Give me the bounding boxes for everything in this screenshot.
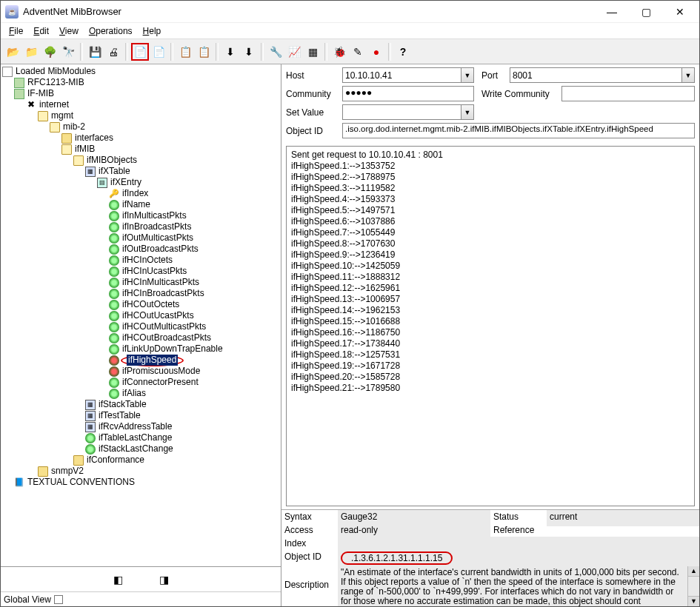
tree-node[interactable]: ifHighSpeed (2, 355, 279, 366)
community-input[interactable]: ●●●●● (342, 86, 474, 101)
results-box[interactable]: Sent get request to 10.10.10.41 : 8001 i… (286, 146, 695, 506)
tree-node[interactable]: ifTableLastChange (2, 432, 279, 443)
record-icon[interactable]: ● (367, 43, 385, 61)
status-label: Status (490, 510, 547, 523)
write-community-input[interactable] (561, 86, 695, 101)
scroll-down-icon[interactable]: ▼ (688, 596, 699, 606)
textual-conventions-icon: 📘 (14, 477, 24, 488)
tree-node[interactable]: ifHCOutOctets (2, 299, 279, 310)
tree-node[interactable]: ifInBroadcastPkts (2, 221, 279, 232)
tree-node[interactable]: ifStackLastChange (2, 443, 279, 455)
binoculars-icon[interactable]: 🔭 (59, 43, 77, 61)
doc-check-icon[interactable]: 📋 (195, 43, 213, 61)
tree-node[interactable]: Loaded MibModules (2, 66, 279, 77)
tree-node[interactable]: mgmt (2, 110, 279, 121)
help-icon[interactable]: ? (394, 43, 412, 61)
tree-node[interactable]: ▤ifXEntry (2, 177, 279, 188)
edit-icon[interactable]: ✎ (349, 43, 367, 61)
leaf-icon (109, 300, 119, 310)
tree-node[interactable]: RFC1213-MIB (2, 77, 279, 88)
objectid-input[interactable]: .iso.org.dod.internet.mgmt.mib-2.ifMIB.i… (342, 123, 695, 138)
tree-label: ifAlias (121, 388, 147, 399)
tree-node[interactable]: ifHCOutBroadcastPkts (2, 332, 279, 343)
load-mib-icon[interactable]: 📄 (131, 43, 149, 61)
port-combo[interactable]: 8001▼ (510, 67, 695, 83)
bug-icon[interactable]: 🐞 (330, 43, 348, 61)
tree-node[interactable]: snmpV2 (2, 466, 279, 477)
index-label: Index (281, 537, 338, 550)
tree-label: ifHCOutMulticastPkts (121, 321, 207, 332)
minimize-button[interactable]: — (601, 4, 622, 20)
maximize-button[interactable]: ▢ (636, 4, 656, 20)
tree-node[interactable]: mib-2 (2, 121, 279, 133)
global-view-checkbox[interactable] (54, 595, 63, 604)
tree-node[interactable]: IF-MIB (2, 88, 279, 99)
tree-node[interactable]: ifName (2, 199, 279, 210)
setvalue-combo[interactable]: ▼ (342, 104, 474, 120)
chevron-down-icon[interactable]: ▼ (681, 68, 694, 82)
tree-label: ifName (121, 199, 152, 210)
tree-node[interactable]: ifOutBroadcastPkts (2, 244, 279, 255)
tree-node[interactable]: 🔑ifIndex (2, 188, 279, 199)
tree-label: ifOutBroadcastPkts (121, 244, 200, 255)
tree-node[interactable]: ifHCInUcastPkts (2, 266, 279, 277)
menu-edit[interactable]: Edit (30, 24, 53, 38)
graph-icon[interactable]: 📈 (285, 43, 303, 61)
tree-node[interactable]: ▦ifXTable (2, 166, 279, 177)
chevron-down-icon[interactable]: ▼ (461, 68, 473, 82)
tree-node[interactable]: ifOutMulticastPkts (2, 232, 279, 244)
tree-icon[interactable]: 🌳 (41, 43, 59, 61)
toolbar: 📂 📁 🌳 🔭 💾 🖨 📄 📄 📋 📋 ⬇ ⬇ 🔧 📈 ▦ 🐞 ✎ ● ? (1, 39, 699, 64)
tree-label: ifTestTable (97, 410, 142, 421)
host-combo[interactable]: 10.10.10.41▼ (342, 67, 474, 83)
tree-node[interactable]: 📘TEXTUAL CONVENTIONS (2, 477, 279, 488)
tree-node[interactable]: ▦ifStackTable (2, 399, 279, 410)
open-icon[interactable]: 📂 (4, 43, 21, 61)
tree-node[interactable]: ifHCOutUcastPkts (2, 310, 279, 321)
tree-node[interactable]: ifHCInBroadcastPkts (2, 288, 279, 299)
tree-node[interactable]: ifHCInMulticastPkts (2, 277, 279, 288)
save-icon[interactable]: 💾 (86, 43, 104, 61)
getnext-icon[interactable]: ⬇ (240, 43, 258, 61)
tree-node[interactable]: interfaces (2, 133, 279, 144)
tree-node[interactable]: ifMIB (2, 144, 279, 155)
tree-node[interactable]: ifHCInOctets (2, 255, 279, 266)
tree-node[interactable]: ifInMulticastPkts (2, 210, 279, 221)
table-icon[interactable]: ▦ (304, 43, 321, 61)
tree-node[interactable]: ✖internet (2, 99, 279, 110)
tree-node[interactable]: ifMIBObjects (2, 155, 279, 166)
leaf-icon (109, 211, 119, 221)
leaf-icon (85, 433, 96, 443)
tree-node[interactable]: ifLinkUpDownTrapEnable (2, 343, 279, 355)
tree-node[interactable]: ▦ifTestTable (2, 410, 279, 421)
print-icon[interactable]: 🖨 (104, 43, 122, 61)
tree-node[interactable]: ifHCOutMulticastPkts (2, 321, 279, 332)
menu-file[interactable]: File (5, 24, 27, 38)
description-scrollbar[interactable]: ▲ ▼ (687, 566, 699, 606)
tool-icon[interactable]: 🔧 (267, 43, 284, 61)
open2-icon[interactable]: 📁 (22, 43, 40, 61)
tree-node[interactable]: ifConformance (2, 455, 279, 466)
tree-label: ifInBroadcastPkts (121, 221, 193, 232)
tree-node[interactable]: ▦ifRcvAddressTable (2, 421, 279, 432)
get-icon[interactable]: ⬇ (221, 43, 239, 61)
leaf-icon (109, 266, 119, 277)
doc-icon[interactable]: 📋 (176, 43, 194, 61)
mib-tree[interactable]: Loaded MibModulesRFC1213-MIBIF-MIB✖inter… (1, 64, 281, 566)
expand-tree-icon[interactable]: ◧ (109, 571, 127, 588)
scroll-up-icon[interactable]: ▲ (688, 566, 699, 577)
tree-node[interactable]: ifAlias (2, 388, 279, 399)
setvalue-label: Set Value (286, 107, 339, 118)
leaf-icon (109, 222, 119, 232)
collapse-tree-icon[interactable]: ◨ (155, 571, 173, 588)
close-button[interactable]: ✕ (670, 4, 690, 20)
menu-help[interactable]: Help (139, 24, 165, 38)
tree-label: ifPromiscuousMode (121, 366, 201, 377)
chevron-down-icon[interactable]: ▼ (461, 105, 473, 119)
menu-view[interactable]: View (56, 24, 82, 38)
folder-icon (38, 466, 48, 477)
tree-node[interactable]: ifConnectorPresent (2, 377, 279, 388)
unload-mib-icon[interactable]: 📄 (150, 43, 167, 61)
tree-node[interactable]: ifPromiscuousMode (2, 366, 279, 377)
menu-operations[interactable]: Operations (85, 24, 136, 38)
